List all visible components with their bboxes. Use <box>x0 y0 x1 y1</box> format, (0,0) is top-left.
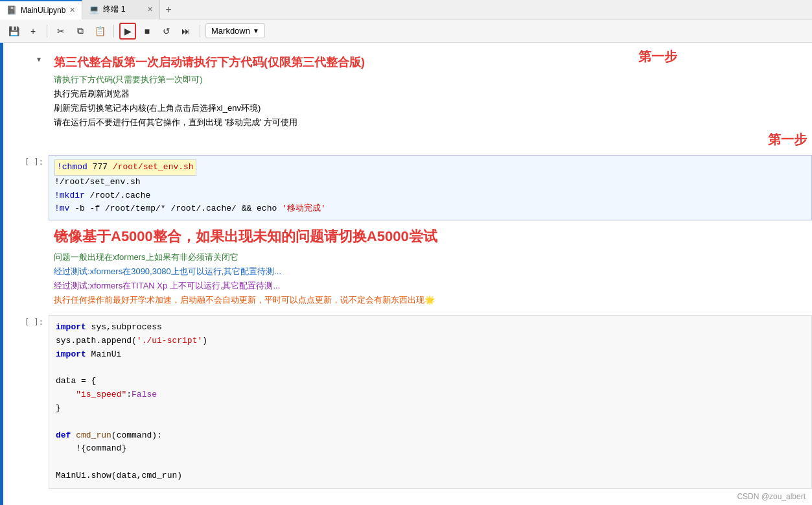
code-line-4-9: def cmd_run(command): <box>56 429 805 443</box>
cell3-line2: 经过测试:xformers在3090,3080上也可以运行,其它配置待测... <box>54 266 807 277</box>
cell-gutter-2: [ ]: <box>3 155 49 220</box>
code-path-setenv: /root/set_env.sh <box>113 162 194 172</box>
kw-import-2: import <box>56 349 86 359</box>
code-mkdir: !mkdir <box>54 191 85 200</box>
tab-mainui[interactable]: 📓 MainUi.ipynb ✕ <box>0 0 82 19</box>
kw-import-1: import <box>56 322 86 332</box>
cell-1: ▼ 第三代整合版第一次启动请执行下方代码(仅限第三代整合版) 第一步 请执行下方… <box>3 51 812 152</box>
new-tab-button[interactable]: + <box>160 4 176 16</box>
code-line-4-6: "is_speed":False <box>56 388 805 402</box>
cell-code-2[interactable]: !chmod 777 /root/set_env.sh !/root/set_e… <box>49 155 812 220</box>
code-mv: !mv <box>54 204 69 213</box>
cell1-line4: 请在运行后不要进行任何其它操作，直到出现 '移动完成' 方可使用 <box>54 117 807 128</box>
cell-content-1: 第三代整合版第一次启动请执行下方代码(仅限第三代整合版) 第一步 请执行下方代码… <box>49 52 812 151</box>
tab-bar: 📓 MainUi.ipynb ✕ 💻 终端 1 ✕ + <box>0 0 812 19</box>
code-line-4-empty3 <box>56 456 805 469</box>
fn-cmd-run: cmd_run <box>76 430 111 440</box>
code-line-4-empty1 <box>56 362 805 375</box>
add-cell-button[interactable]: + <box>25 23 41 40</box>
code-line-2-4: !mv -b -f /root/temp/* /root/.cache/ && … <box>54 202 806 216</box>
cell-toggle-1[interactable]: ▼ <box>37 56 41 63</box>
code-line-4-7: } <box>56 402 805 416</box>
tab-icon-notebook: 📓 <box>6 5 17 15</box>
cell3-line1: 问题一般出现在xformers上如果有非必须请关闭它 <box>54 252 807 263</box>
toolbar: 💾 + ✂ ⧉ 📋 ▶ ■ ↺ ⏭ Markdown ▼ <box>0 19 812 43</box>
code-highlight-2-1: !chmod 777 /root/set_env.sh <box>54 159 196 176</box>
cut-button[interactable]: ✂ <box>52 23 69 40</box>
cell1-line3: 刷新完后切换笔记本内核(右上角点击后选择xl_env环境) <box>54 102 807 114</box>
cell-3: 镜像基于A5000整合，如果出现未知的问题请切换A5000尝试 问题一般出现在x… <box>3 223 812 312</box>
kw-false: False <box>132 390 157 399</box>
code-line-4-2: sys.path.append('./ui-script') <box>56 335 805 348</box>
step1-label-bottom: 第一步 <box>54 131 807 148</box>
cell-execution-count-2: [ ]: <box>25 158 43 167</box>
str-is-speed: "is_speed" <box>76 390 126 399</box>
kw-def: def <box>56 430 71 440</box>
tab-close-terminal[interactable]: ✕ <box>147 5 153 14</box>
cell-code-4[interactable]: import sys,subprocess sys.path.append('.… <box>49 315 812 489</box>
separator-2 <box>113 25 114 38</box>
code-line-4-12: MainUi.show(data,cmd_run) <box>56 469 805 483</box>
cell-4: [ ]: import sys,subprocess sys.path.appe… <box>3 314 812 490</box>
dropdown-arrow-icon: ▼ <box>253 27 259 34</box>
code-kw-chmod: !chmod <box>57 162 87 172</box>
step1-label-top: 第一步 <box>638 48 677 65</box>
cell1-line2: 执行完后刷新浏览器 <box>54 88 807 100</box>
code-line-2-1: !chmod 777 /root/set_env.sh <box>54 159 806 176</box>
stop-button[interactable]: ■ <box>139 23 156 40</box>
tab-close-mainui[interactable]: ✕ <box>69 6 75 14</box>
separator-1 <box>47 25 47 38</box>
cell3-line3: 经过测试:xformers在TITAN Xp 上不可以运行,其它配置待测... <box>54 280 807 292</box>
fast-forward-button[interactable]: ⏭ <box>178 23 194 40</box>
cell3-line4: 执行任何操作前最好开学术加速，启动融不会自动更新，平时可以点点更新，说不定会有新… <box>54 294 807 306</box>
str-path: './ui-script' <box>137 336 202 346</box>
cell3-heading: 镜像基于A5000整合，如果出现未知的问题请切换A5000尝试 <box>54 227 807 246</box>
cell-2: [ ]: !chmod 777 /root/set_env.sh !/root/… <box>3 154 812 222</box>
cell-gutter-4: [ ]: <box>3 315 49 489</box>
separator-3 <box>200 25 200 38</box>
tab-label-terminal: 终端 1 <box>103 4 125 15</box>
notebook: ▼ 第三代整合版第一次启动请执行下方代码(仅限第三代整合版) 第一步 请执行下方… <box>3 43 812 505</box>
tab-label-mainui: MainUi.ipynb <box>21 6 65 15</box>
cell-gutter-1: ▼ <box>3 52 49 151</box>
code-line-2-3: !mkdir /root/.cache <box>54 189 806 203</box>
code-line-4-1: import sys,subprocess <box>56 321 805 335</box>
cell-type-label: Markdown <box>211 26 250 36</box>
restart-button[interactable]: ↺ <box>158 23 175 40</box>
cell-content-3: 镜像基于A5000整合，如果出现未知的问题请切换A5000尝试 问题一般出现在x… <box>49 224 812 311</box>
code-line-4-10: !{command} <box>56 442 805 456</box>
cell1-line1: 请执行下方代码(只需要执行第一次即可) <box>54 74 807 86</box>
save-button[interactable]: 💾 <box>5 23 22 40</box>
code-line-2-2: !/root/set_env.sh <box>54 176 806 189</box>
cell-gutter-3 <box>3 224 49 311</box>
tab-terminal[interactable]: 💻 终端 1 ✕ <box>82 0 160 19</box>
paste-button[interactable]: 📋 <box>91 23 108 40</box>
main-content: ▼ 第三代整合版第一次启动请执行下方代码(仅限第三代整合版) 第一步 请执行下方… <box>0 43 812 505</box>
code-str-complete: '移动完成' <box>282 204 326 213</box>
cell-type-dropdown[interactable]: Markdown ▼ <box>205 23 265 38</box>
code-num-777: 777 <box>93 162 113 172</box>
code-line-4-5: data = { <box>56 375 805 388</box>
cell-execution-count-4: [ ]: <box>25 318 43 327</box>
run-button[interactable]: ▶ <box>119 23 136 40</box>
cell1-heading: 第三代整合版第一次启动请执行下方代码(仅限第三代整合版) <box>54 54 807 70</box>
tab-icon-terminal: 💻 <box>89 5 99 14</box>
copy-button[interactable]: ⧉ <box>72 23 89 40</box>
code-line-4-empty2 <box>56 416 805 429</box>
code-line-4-3: import MainUi <box>56 348 805 362</box>
watermark: CSDN @zou_albert <box>737 492 806 501</box>
